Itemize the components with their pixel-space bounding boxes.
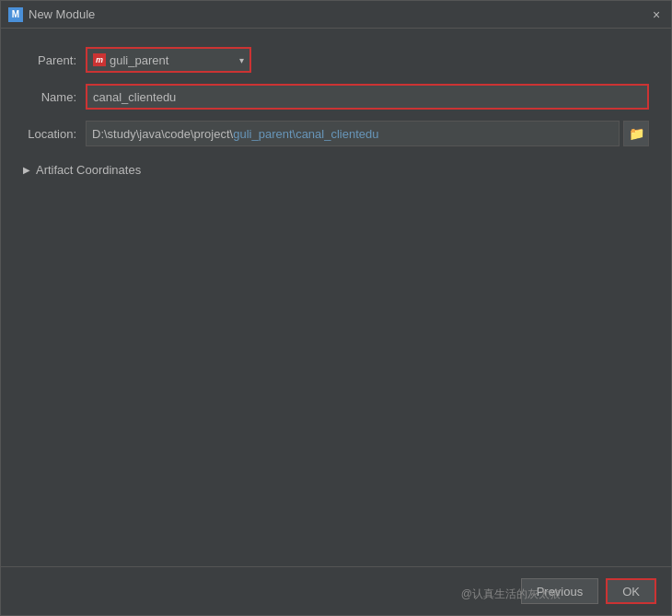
ok-button[interactable]: OK <box>606 578 656 604</box>
parent-label: Parent: <box>23 53 86 67</box>
dialog-content: Parent: m guli_parent ▾ Name: Location: … <box>1 29 671 566</box>
parent-row: Parent: m guli_parent ▾ <box>23 47 649 73</box>
new-module-dialog: M New Module × Parent: m guli_parent ▾ N… <box>0 0 672 616</box>
dialog-footer: Previous OK <box>1 566 671 615</box>
artifact-label: Artifact Coordinates <box>36 163 141 177</box>
title-bar: M New Module × <box>1 1 671 29</box>
location-label: Location: <box>23 127 86 141</box>
close-button[interactable]: × <box>649 7 664 22</box>
location-text-content: D:\study\java\code\project\guli_parent\c… <box>92 127 379 141</box>
parent-dropdown[interactable]: m guli_parent ▾ <box>86 47 251 73</box>
expand-icon: ▶ <box>23 165 30 175</box>
parent-value: guli_parent <box>110 53 236 67</box>
browse-button[interactable]: 📁 <box>623 121 649 146</box>
location-display[interactable]: D:\study\java\code\project\guli_parent\c… <box>86 121 620 146</box>
name-field <box>86 84 649 110</box>
folder-icon: 📁 <box>629 126 644 141</box>
maven-icon: m <box>93 53 106 66</box>
artifact-section: ▶ Artifact Coordinates <box>23 161 649 179</box>
app-icon: M <box>8 7 23 22</box>
location-row: Location: D:\study\java\code\project\gul… <box>23 121 649 146</box>
name-label: Name: <box>23 90 86 104</box>
artifact-toggle[interactable]: ▶ Artifact Coordinates <box>23 161 649 179</box>
dropdown-arrow-icon: ▾ <box>239 55 244 65</box>
name-input[interactable] <box>86 84 649 110</box>
location-field: D:\study\java\code\project\guli_parent\c… <box>86 121 649 146</box>
watermark: @认真生活的灰太狼 <box>461 587 561 602</box>
dialog-title: New Module <box>29 7 643 21</box>
name-row: Name: <box>23 84 649 110</box>
